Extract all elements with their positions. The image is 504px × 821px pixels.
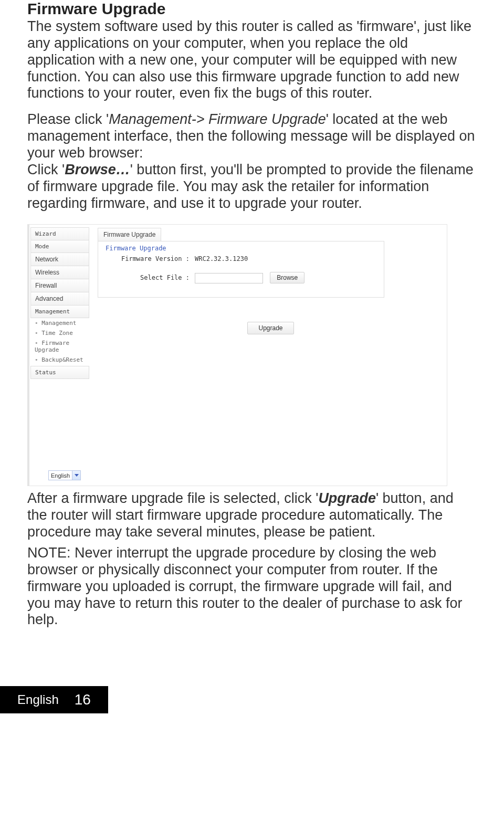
upgrade-em: Upgrade xyxy=(318,490,376,506)
paragraph-instruction-1: Please click 'Management-> Firmware Upgr… xyxy=(27,111,477,212)
nav-wireless[interactable]: Wireless xyxy=(30,266,89,279)
subnav-backup-reset[interactable]: Backup&Reset xyxy=(30,355,89,365)
language-select[interactable]: English xyxy=(48,470,81,480)
subnav-firmware-upgrade[interactable]: Firmware Upgrade xyxy=(30,338,89,355)
panel-title: Firmware Upgrade xyxy=(106,245,376,253)
router-admin-screenshot: Wizard Mode Network Wireless Firewall Ad… xyxy=(27,224,447,486)
nav-wizard[interactable]: Wizard xyxy=(30,227,89,240)
firmware-version-label: Firmware Version : xyxy=(106,255,195,262)
nav-mode[interactable]: Mode xyxy=(30,240,89,253)
firmware-version-value: WRC2.32.3.1230 xyxy=(195,255,248,262)
nav-firewall[interactable]: Firewall xyxy=(30,279,89,292)
subnav-time-zone[interactable]: Time Zone xyxy=(30,328,89,338)
menu-path-em: Management-> Firmware Upgrade xyxy=(109,111,326,127)
text-fragment: Please click ' xyxy=(27,111,109,127)
nav-network[interactable]: Network xyxy=(30,252,89,266)
paragraph-note: NOTE: Never interrupt the upgrade proced… xyxy=(27,545,477,628)
paragraph-after-upgrade: After a firmware upgrade file is selecte… xyxy=(27,490,477,541)
text-fragment: After a firmware upgrade file is selecte… xyxy=(27,490,318,506)
browse-button[interactable]: Browse xyxy=(270,272,304,283)
language-select-value: English xyxy=(49,472,72,479)
select-file-label: Select File : xyxy=(106,274,195,281)
nav-status[interactable]: Status xyxy=(30,366,89,379)
tab-firmware-upgrade[interactable]: Firmware Upgrade xyxy=(98,228,161,241)
nav-management[interactable]: Management xyxy=(30,305,89,318)
footer-page-number: 16 xyxy=(75,691,91,708)
upgrade-button[interactable]: Upgrade xyxy=(247,322,293,334)
firmware-upgrade-panel: Firmware Upgrade Firmware Version : WRC2… xyxy=(98,241,384,298)
section-heading: Firmware Upgrade xyxy=(27,0,477,17)
file-path-input[interactable] xyxy=(195,273,263,283)
footer-language: English xyxy=(17,692,59,707)
page-footer: English 16 xyxy=(0,686,108,713)
subnav-management[interactable]: Management xyxy=(30,318,89,328)
sidebar-nav: Wizard Mode Network Wireless Firewall Ad… xyxy=(30,228,89,379)
nav-advanced[interactable]: Advanced xyxy=(30,292,89,306)
browse-em: Browse… xyxy=(65,162,130,177)
paragraph-intro: The system software used by this router … xyxy=(27,18,477,102)
text-fragment: Click ' xyxy=(27,162,65,177)
main-panel-column: Firmware Upgrade Firmware Upgrade Firmwa… xyxy=(98,228,444,379)
chevron-down-icon xyxy=(72,471,80,480)
